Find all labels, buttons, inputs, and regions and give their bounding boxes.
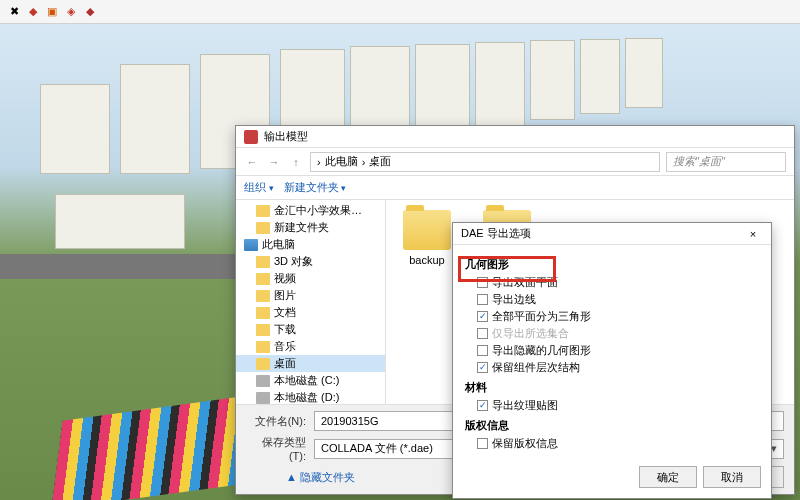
close-icon[interactable]: ×	[743, 228, 763, 240]
tree-item[interactable]: 下载	[236, 321, 385, 338]
new-folder-button[interactable]: 新建文件夹	[284, 180, 347, 195]
options-dialog: DAE 导出选项 × 几何图形 导出双面平面导出边线全部平面分为三角形仅导出所选…	[452, 222, 772, 499]
organize-menu[interactable]: 组织	[244, 180, 274, 195]
dialog-toolbar: 组织 新建文件夹	[236, 176, 794, 200]
option-row[interactable]: 保留组件层次结构	[465, 359, 759, 376]
tree-item-label: 文档	[274, 305, 296, 320]
option-label: 导出双面平面	[492, 275, 558, 290]
tree-item[interactable]: 视频	[236, 270, 385, 287]
folder-item[interactable]: backup	[396, 210, 458, 266]
checkbox[interactable]	[477, 362, 488, 373]
breadcrumb[interactable]: 桌面	[369, 154, 391, 169]
option-row[interactable]: 保留版权信息	[465, 435, 759, 452]
group-copyright: 版权信息	[465, 418, 759, 433]
filename-label: 文件名(N):	[246, 414, 306, 429]
export-dialog-title: 输出模型	[264, 129, 308, 144]
folder-icon	[256, 341, 270, 353]
checkbox	[477, 328, 488, 339]
tree-item-label: 音乐	[274, 339, 296, 354]
tree-item-label: 视频	[274, 271, 296, 286]
option-label: 导出纹理贴图	[492, 398, 558, 413]
tree-item[interactable]: 本地磁盘 (D:)	[236, 389, 385, 404]
tool-x-icon[interactable]: ✖	[6, 4, 22, 20]
tree-item[interactable]: 金汇中小学效果…	[236, 202, 385, 219]
options-titlebar[interactable]: DAE 导出选项 ×	[453, 223, 771, 245]
checkbox[interactable]	[477, 277, 488, 288]
tree-item-label: 本地磁盘 (D:)	[274, 390, 339, 404]
checkbox[interactable]	[477, 345, 488, 356]
option-row[interactable]: 导出边线	[465, 291, 759, 308]
folder-icon	[403, 210, 451, 250]
hide-folders-link[interactable]: ▲ 隐藏文件夹	[286, 470, 355, 485]
filetype-label: 保存类型(T):	[246, 435, 306, 462]
option-label: 导出边线	[492, 292, 536, 307]
folder-label: backup	[409, 254, 444, 266]
checkbox[interactable]	[477, 438, 488, 449]
option-row[interactable]: 导出双面平面	[465, 274, 759, 291]
tool-ruby-icon[interactable]: ◈	[63, 4, 79, 20]
folder-icon	[256, 324, 270, 336]
group-material: 材料	[465, 380, 759, 395]
checkbox[interactable]	[477, 311, 488, 322]
tree-item-label: 桌面	[274, 356, 296, 371]
tree-item-label: 图片	[274, 288, 296, 303]
tree-item[interactable]: 桌面	[236, 355, 385, 372]
tree-item[interactable]: 音乐	[236, 338, 385, 355]
pc-icon	[244, 239, 258, 251]
option-label: 保留版权信息	[492, 436, 558, 451]
option-row: 仅导出所选集合	[465, 325, 759, 342]
ok-button[interactable]: 确定	[639, 466, 697, 488]
export-dialog-titlebar[interactable]: 输出模型	[236, 126, 794, 148]
tree-item-label: 此电脑	[262, 237, 295, 252]
tree-item-label: 新建文件夹	[274, 220, 329, 235]
option-row[interactable]: 导出隐藏的几何图形	[465, 342, 759, 359]
tree-item-label: 金汇中小学效果…	[274, 203, 362, 218]
tree-item[interactable]: 此电脑	[236, 236, 385, 253]
nav-up-icon[interactable]: ↑	[288, 154, 304, 170]
drive-icon	[256, 375, 270, 387]
group-geometry: 几何图形	[465, 257, 759, 272]
folder-tree[interactable]: 金汇中小学效果…新建文件夹此电脑3D 对象视频图片文档下载音乐桌面本地磁盘 (C…	[236, 200, 386, 404]
option-label: 导出隐藏的几何图形	[492, 343, 591, 358]
tree-item-label: 下载	[274, 322, 296, 337]
tool-palette-icon[interactable]: ◆	[25, 4, 41, 20]
options-cancel-button[interactable]: 取消	[703, 466, 761, 488]
option-label: 仅导出所选集合	[492, 326, 569, 341]
folder-icon	[256, 256, 270, 268]
folder-icon	[256, 290, 270, 302]
tool-gift-icon[interactable]: ▣	[44, 4, 60, 20]
search-input[interactable]: 搜索"桌面"	[666, 152, 786, 172]
tree-item-label: 3D 对象	[274, 254, 313, 269]
option-label: 全部平面分为三角形	[492, 309, 591, 324]
folder-icon	[256, 307, 270, 319]
folder-icon	[256, 273, 270, 285]
nav-fwd-icon[interactable]: →	[266, 154, 282, 170]
folder-icon	[256, 222, 270, 234]
drive-icon	[256, 392, 270, 404]
tree-item[interactable]: 3D 对象	[236, 253, 385, 270]
tree-item[interactable]: 图片	[236, 287, 385, 304]
folder-icon	[256, 205, 270, 217]
app-toolbar: ✖ ◆ ▣ ◈ ◆	[0, 0, 800, 24]
breadcrumb[interactable]: 此电脑	[325, 154, 358, 169]
tree-item[interactable]: 文档	[236, 304, 385, 321]
app-icon	[244, 130, 258, 144]
tree-item[interactable]: 本地磁盘 (C:)	[236, 372, 385, 389]
tree-item[interactable]: 新建文件夹	[236, 219, 385, 236]
address-bar[interactable]: › 此电脑 › 桌面	[310, 152, 660, 172]
checkbox[interactable]	[477, 400, 488, 411]
option-label: 保留组件层次结构	[492, 360, 580, 375]
checkbox[interactable]	[477, 294, 488, 305]
options-title: DAE 导出选项	[461, 226, 531, 241]
nav-bar: ← → ↑ › 此电脑 › 桌面 搜索"桌面"	[236, 148, 794, 176]
tool-gem-icon[interactable]: ◆	[82, 4, 98, 20]
tree-item-label: 本地磁盘 (C:)	[274, 373, 339, 388]
folder-icon	[256, 358, 270, 370]
option-row[interactable]: 全部平面分为三角形	[465, 308, 759, 325]
option-row[interactable]: 导出纹理贴图	[465, 397, 759, 414]
nav-back-icon[interactable]: ←	[244, 154, 260, 170]
